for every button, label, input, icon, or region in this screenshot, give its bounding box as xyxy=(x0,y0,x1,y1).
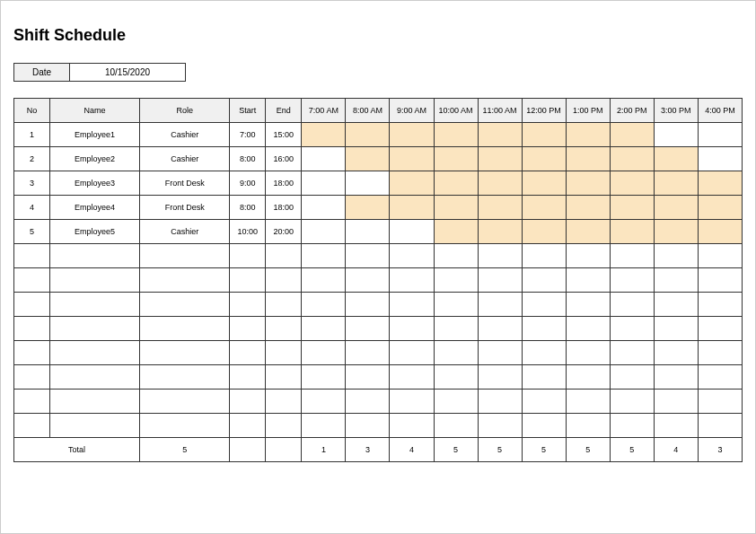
cell-role: Front Desk xyxy=(140,196,230,220)
empty-cell xyxy=(230,244,266,268)
page-title: Shift Schedule xyxy=(13,26,743,45)
table-row: 4Employee4Front Desk8:0018:00 xyxy=(14,196,743,220)
shift-cell xyxy=(478,123,522,147)
shift-cell xyxy=(434,171,478,196)
col-hour: 3:00 PM xyxy=(654,99,698,123)
empty-cell xyxy=(698,390,742,414)
empty-cell xyxy=(230,293,266,317)
shift-cell xyxy=(302,171,346,196)
totals-hour: 5 xyxy=(434,438,478,462)
empty-cell xyxy=(50,244,140,268)
col-hour: 11:00 AM xyxy=(478,99,522,123)
cell-start: 8:00 xyxy=(230,147,266,171)
empty-cell xyxy=(302,293,346,317)
empty-cell xyxy=(50,390,140,414)
empty-cell xyxy=(266,293,302,317)
empty-cell xyxy=(230,317,266,341)
empty-cell xyxy=(434,317,478,341)
empty-cell xyxy=(14,317,50,341)
cell-role: Cashier xyxy=(140,147,230,171)
empty-cell xyxy=(14,390,50,414)
shift-cell xyxy=(390,147,434,171)
empty-cell xyxy=(698,268,742,293)
empty-cell xyxy=(346,268,390,293)
empty-cell xyxy=(478,293,522,317)
empty-cell xyxy=(698,414,742,438)
empty-cell xyxy=(140,390,230,414)
shift-cell xyxy=(610,220,654,244)
shift-cell xyxy=(610,171,654,196)
empty-cell xyxy=(346,414,390,438)
col-name: Name xyxy=(50,99,140,123)
empty-cell xyxy=(478,414,522,438)
empty-cell xyxy=(14,341,50,365)
empty-cell xyxy=(14,414,50,438)
empty-cell xyxy=(610,268,654,293)
shift-cell xyxy=(610,123,654,147)
totals-hour: 4 xyxy=(390,438,434,462)
empty-cell xyxy=(522,341,566,365)
empty-cell xyxy=(654,390,698,414)
shift-cell xyxy=(346,220,390,244)
cell-start: 7:00 xyxy=(230,123,266,147)
shift-cell xyxy=(698,220,742,244)
empty-cell xyxy=(346,365,390,390)
empty-cell xyxy=(14,293,50,317)
empty-cell xyxy=(266,244,302,268)
empty-cell xyxy=(140,268,230,293)
header-row: No Name Role Start End 7:00 AM8:00 AM9:0… xyxy=(14,99,743,123)
shift-cell xyxy=(566,196,610,220)
empty-cell xyxy=(50,293,140,317)
cell-name: Employee5 xyxy=(50,220,140,244)
cell-start: 9:00 xyxy=(230,171,266,196)
totals-hour: 5 xyxy=(610,438,654,462)
empty-cell xyxy=(698,365,742,390)
empty-cell xyxy=(522,317,566,341)
empty-cell xyxy=(140,365,230,390)
empty-cell xyxy=(566,293,610,317)
empty-cell xyxy=(266,341,302,365)
empty-cell xyxy=(610,341,654,365)
shift-cell xyxy=(346,123,390,147)
col-hour: 7:00 AM xyxy=(302,99,346,123)
col-start: Start xyxy=(230,99,266,123)
shift-cell xyxy=(522,196,566,220)
empty-cell xyxy=(434,341,478,365)
empty-cell xyxy=(266,317,302,341)
shift-cell xyxy=(654,196,698,220)
shift-cell xyxy=(566,123,610,147)
empty-cell xyxy=(654,317,698,341)
table-row-empty xyxy=(14,341,743,365)
cell-no: 5 xyxy=(14,220,50,244)
col-hour: 4:00 PM xyxy=(698,99,742,123)
shift-cell xyxy=(654,147,698,171)
empty-cell xyxy=(346,293,390,317)
shift-cell xyxy=(654,123,698,147)
shift-cell xyxy=(698,123,742,147)
totals-hour: 3 xyxy=(346,438,390,462)
empty-cell xyxy=(654,341,698,365)
empty-cell xyxy=(434,244,478,268)
cell-no: 3 xyxy=(14,171,50,196)
shift-cell xyxy=(390,171,434,196)
shift-cell xyxy=(302,147,346,171)
shift-cell xyxy=(654,220,698,244)
totals-row: Total 5 1345555543 xyxy=(14,438,743,462)
col-no: No xyxy=(14,99,50,123)
empty-cell xyxy=(654,244,698,268)
shift-cell xyxy=(302,220,346,244)
table-row-empty xyxy=(14,365,743,390)
shift-cell xyxy=(566,171,610,196)
shift-cell xyxy=(698,147,742,171)
totals-hour: 1 xyxy=(302,438,346,462)
empty-cell xyxy=(698,317,742,341)
empty-cell xyxy=(50,365,140,390)
totals-hour: 4 xyxy=(654,438,698,462)
totals-start-blank xyxy=(230,438,266,462)
empty-cell xyxy=(266,390,302,414)
totals-hour: 3 xyxy=(698,438,742,462)
shift-cell xyxy=(434,123,478,147)
shift-cell xyxy=(698,171,742,196)
empty-cell xyxy=(230,268,266,293)
empty-cell xyxy=(522,365,566,390)
